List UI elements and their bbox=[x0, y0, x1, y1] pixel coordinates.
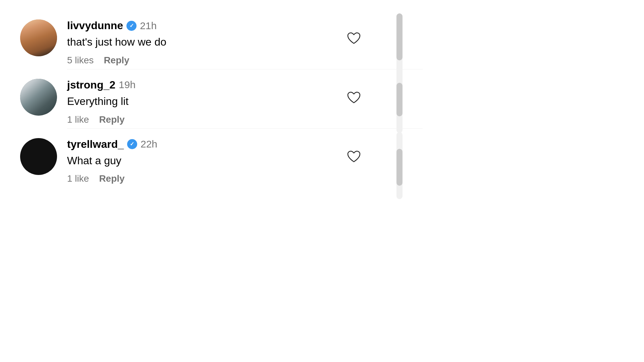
heart-icon-container bbox=[345, 89, 362, 106]
timestamp: 21h bbox=[140, 20, 157, 32]
username[interactable]: jstrong_2 bbox=[67, 79, 115, 91]
comment-actions: 5 likes Reply bbox=[67, 55, 423, 66]
comment-item-3: tyrellward_ ✓ 22h What a guy 1 like Repl… bbox=[20, 129, 423, 188]
comment-body: jstrong_2 19h Everything lit 1 like Repl… bbox=[67, 79, 423, 125]
heart-icon-container bbox=[345, 29, 362, 46]
heart-icon[interactable] bbox=[345, 148, 362, 165]
reply-button[interactable]: Reply bbox=[99, 114, 124, 125]
comment-header: livvydunne ✓ 21h bbox=[67, 19, 423, 32]
comment-text: that's just how we do bbox=[67, 35, 423, 50]
comment-actions: 1 like Reply bbox=[67, 114, 423, 125]
heart-icon-container bbox=[345, 148, 362, 165]
scrollbar-track-3[interactable] bbox=[396, 132, 402, 199]
comment-text: Everything lit bbox=[67, 94, 423, 109]
username[interactable]: tyrellward_ bbox=[67, 138, 124, 150]
reply-button[interactable]: Reply bbox=[99, 173, 124, 184]
scrollbar-track-2[interactable] bbox=[396, 73, 402, 133]
avatar bbox=[20, 79, 57, 116]
comment-header: jstrong_2 19h bbox=[67, 79, 423, 91]
timestamp: 19h bbox=[119, 79, 136, 90]
likes-count: 1 like bbox=[67, 114, 89, 125]
likes-count: 1 like bbox=[67, 173, 89, 184]
username[interactable]: livvydunne bbox=[67, 19, 123, 32]
scrollbar-thumb-2[interactable] bbox=[396, 83, 402, 116]
comment-item-1: livvydunne ✓ 21h that's just how we do 5… bbox=[20, 10, 423, 69]
comment-text: What a guy bbox=[67, 153, 423, 168]
comment-actions: 1 like Reply bbox=[67, 173, 423, 184]
comment-item-2: jstrong_2 19h Everything lit 1 like Repl… bbox=[20, 69, 423, 128]
heart-icon[interactable] bbox=[345, 29, 362, 46]
comment-header: tyrellward_ ✓ 22h bbox=[67, 138, 423, 150]
comment-body: tyrellward_ ✓ 22h What a guy 1 like Repl… bbox=[67, 138, 423, 184]
verified-icon: ✓ bbox=[127, 139, 137, 149]
avatar bbox=[20, 138, 57, 175]
verified-icon: ✓ bbox=[126, 21, 137, 31]
likes-count: 5 likes bbox=[67, 55, 94, 66]
comments-list: livvydunne ✓ 21h that's just how we do 5… bbox=[20, 10, 423, 187]
heart-icon[interactable] bbox=[345, 89, 362, 106]
timestamp: 22h bbox=[141, 138, 157, 150]
scrollbar-thumb-1[interactable] bbox=[396, 13, 402, 60]
comment-body: livvydunne ✓ 21h that's just how we do 5… bbox=[67, 19, 423, 66]
avatar bbox=[20, 19, 57, 56]
reply-button[interactable]: Reply bbox=[104, 55, 129, 66]
scrollbar-thumb-3[interactable] bbox=[396, 149, 402, 186]
